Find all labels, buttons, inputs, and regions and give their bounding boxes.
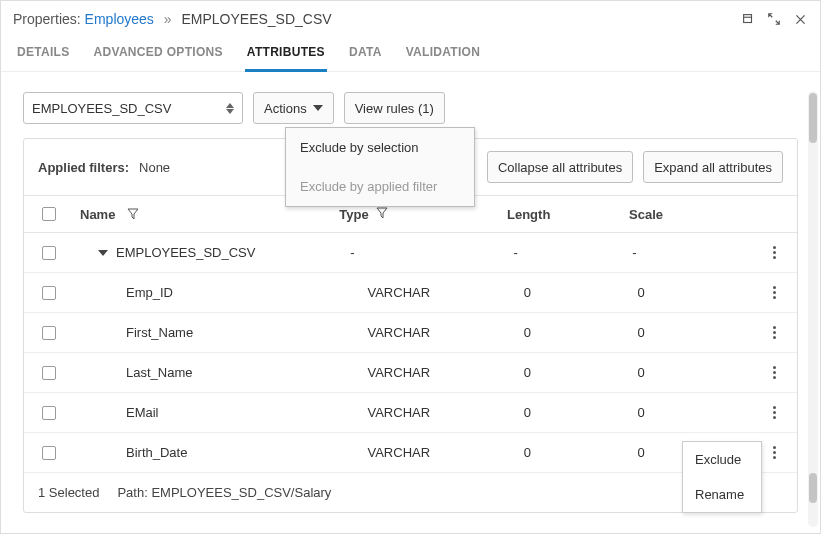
properties-panel: Properties: Employees » EMPLOYEES_SD_CSV…: [0, 0, 821, 534]
scrollbar-thumb[interactable]: [809, 93, 817, 143]
row-actions-menu[interactable]: [769, 402, 780, 423]
row-type: VARCHAR: [367, 325, 523, 340]
row-name: Birth_Date: [126, 445, 187, 460]
row-checkbox[interactable]: [42, 446, 56, 460]
row-checkbox[interactable]: [42, 326, 56, 340]
tab-advanced-options[interactable]: ADVANCED OPTIONS: [92, 39, 225, 71]
table-row: Last_Name VARCHAR 0 0: [24, 353, 797, 393]
properties-label: Properties:: [13, 11, 81, 27]
applied-filters-label: Applied filters:: [38, 160, 129, 175]
view-rules-button[interactable]: View rules (1): [344, 92, 445, 124]
tab-validation[interactable]: VALIDATION: [404, 39, 483, 71]
column-type: Type: [339, 207, 368, 222]
table-row: Emp_ID VARCHAR 0 0: [24, 273, 797, 313]
row-actions-menu[interactable]: [769, 282, 780, 303]
row-actions-menu[interactable]: [769, 442, 780, 463]
row-type: VARCHAR: [367, 445, 523, 460]
row-type: -: [350, 245, 513, 260]
menu-exclude-by-filter: Exclude by applied filter: [286, 167, 474, 206]
column-name: Name: [80, 207, 115, 222]
row-context-menu: Exclude Rename: [682, 441, 762, 513]
row-length: 0: [524, 365, 638, 380]
row-actions-menu[interactable]: [769, 242, 780, 263]
table-row: EMPLOYEES_SD_CSV - - -: [24, 233, 797, 273]
row-checkbox[interactable]: [42, 246, 56, 260]
column-length: Length: [507, 207, 550, 222]
close-icon[interactable]: [792, 11, 808, 27]
table-row: First_Name VARCHAR 0 0: [24, 313, 797, 353]
context-rename[interactable]: Rename: [683, 477, 761, 512]
breadcrumb-current: EMPLOYEES_SD_CSV: [181, 11, 331, 27]
row-name: EMail: [126, 405, 159, 420]
tab-details[interactable]: DETAILS: [15, 39, 72, 71]
path-info: Path: EMPLOYEES_SD_CSV/Salary: [117, 485, 331, 500]
row-length: 0: [524, 445, 638, 460]
row-scale: 0: [637, 365, 751, 380]
collapse-all-button[interactable]: Collapse all attributes: [487, 151, 633, 183]
actions-dropdown: Exclude by selection Exclude by applied …: [285, 127, 475, 207]
actions-button-label: Actions: [264, 101, 307, 116]
row-scale: 0: [637, 405, 751, 420]
entity-selector[interactable]: EMPLOYEES_SD_CSV: [23, 92, 243, 124]
actions-button[interactable]: Actions: [253, 92, 334, 124]
row-name: First_Name: [126, 325, 193, 340]
expand-toggle-icon[interactable]: [98, 250, 108, 256]
filter-icon[interactable]: [127, 208, 139, 220]
tab-attributes[interactable]: ATTRIBUTES: [245, 39, 327, 72]
breadcrumb: Properties: Employees » EMPLOYEES_SD_CSV: [13, 11, 332, 27]
expand-icon[interactable]: [766, 11, 782, 27]
toolbar: EMPLOYEES_SD_CSV Actions View rules (1): [23, 92, 798, 124]
row-name: Emp_ID: [126, 285, 173, 300]
row-actions-menu[interactable]: [769, 362, 780, 383]
row-length: 0: [524, 285, 638, 300]
row-actions-menu[interactable]: [769, 322, 780, 343]
selected-count: 1 Selected: [38, 485, 99, 500]
row-scale: -: [632, 245, 751, 260]
chevron-down-icon: [313, 105, 323, 111]
row-checkbox[interactable]: [42, 406, 56, 420]
entity-selector-value: EMPLOYEES_SD_CSV: [32, 101, 226, 116]
select-all-checkbox[interactable]: [42, 207, 56, 221]
column-scale: Scale: [629, 207, 663, 222]
applied-filters-value: None: [139, 160, 170, 175]
row-length: -: [514, 245, 633, 260]
tab-data[interactable]: DATA: [347, 39, 384, 71]
row-type: VARCHAR: [367, 285, 523, 300]
row-length: 0: [524, 405, 638, 420]
tab-bar: DETAILS ADVANCED OPTIONS ATTRIBUTES DATA…: [1, 31, 820, 72]
vertical-scrollbar[interactable]: [808, 91, 818, 527]
menu-exclude-by-selection[interactable]: Exclude by selection: [286, 128, 474, 167]
breadcrumb-link-employees[interactable]: Employees: [85, 11, 154, 27]
stepper-icon: [226, 103, 234, 114]
row-scale: 0: [637, 325, 751, 340]
table-row: EMail VARCHAR 0 0: [24, 393, 797, 433]
breadcrumb-separator: »: [164, 11, 172, 27]
scrollbar-thumb[interactable]: [809, 473, 817, 503]
row-name: EMPLOYEES_SD_CSV: [116, 245, 255, 260]
expand-all-button[interactable]: Expand all attributes: [643, 151, 783, 183]
context-exclude[interactable]: Exclude: [683, 442, 761, 477]
filter-icon[interactable]: [376, 207, 388, 219]
row-name: Last_Name: [126, 365, 192, 380]
view-rules-label: View rules (1): [355, 101, 434, 116]
row-checkbox[interactable]: [42, 366, 56, 380]
row-length: 0: [524, 325, 638, 340]
restore-icon[interactable]: [740, 11, 756, 27]
svg-rect-0: [744, 15, 752, 23]
panel-header: Properties: Employees » EMPLOYEES_SD_CSV: [1, 1, 820, 31]
row-scale: 0: [637, 285, 751, 300]
row-type: VARCHAR: [367, 405, 523, 420]
row-type: VARCHAR: [367, 365, 523, 380]
row-checkbox[interactable]: [42, 286, 56, 300]
